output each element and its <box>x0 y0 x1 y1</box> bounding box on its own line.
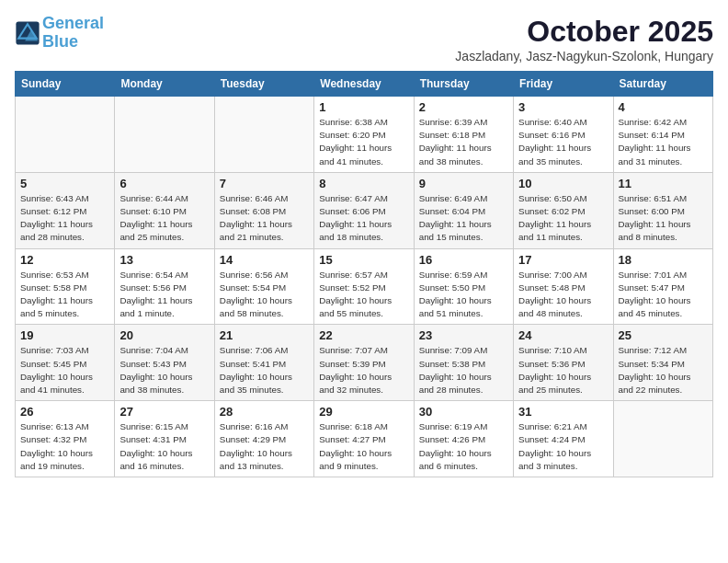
day-cell: 9Sunrise: 6:49 AMSunset: 6:04 PMDaylight… <box>414 172 513 248</box>
day-cell: 23Sunrise: 7:09 AMSunset: 5:38 PMDayligh… <box>414 325 513 401</box>
day-cell: 19Sunrise: 7:03 AMSunset: 5:45 PMDayligh… <box>16 325 115 401</box>
day-number: 9 <box>419 177 508 190</box>
day-number: 15 <box>319 253 408 267</box>
day-number: 1 <box>319 100 408 114</box>
day-number: 24 <box>518 328 608 342</box>
day-info: Sunrise: 6:38 AMSunset: 6:20 PMDaylight:… <box>319 116 408 168</box>
day-number: 4 <box>619 100 708 114</box>
weekday-header-thursday: Thursday <box>414 72 513 97</box>
day-cell <box>214 97 313 173</box>
day-number: 6 <box>119 177 209 190</box>
week-row-3: 12Sunrise: 6:53 AMSunset: 5:58 PMDayligh… <box>16 248 713 325</box>
day-number: 2 <box>419 100 508 114</box>
day-number: 7 <box>220 177 309 190</box>
day-cell: 22Sunrise: 7:07 AMSunset: 5:39 PMDayligh… <box>314 325 414 401</box>
day-number: 21 <box>220 328 309 342</box>
day-cell: 4Sunrise: 6:42 AMSunset: 6:14 PMDaylight… <box>613 97 712 173</box>
day-info: Sunrise: 6:50 AMSunset: 6:02 PMDaylight:… <box>518 192 608 245</box>
day-info: Sunrise: 6:51 AMSunset: 6:00 PMDaylight:… <box>619 192 708 245</box>
week-row-2: 5Sunrise: 6:43 AMSunset: 6:12 PMDaylight… <box>16 172 713 248</box>
day-number: 22 <box>319 328 408 342</box>
day-info: Sunrise: 7:01 AMSunset: 5:47 PMDaylight:… <box>619 269 708 321</box>
day-cell <box>16 97 115 173</box>
day-number: 13 <box>119 253 209 267</box>
calendar-table: SundayMondayTuesdayWednesdayThursdayFrid… <box>15 71 713 477</box>
day-cell: 5Sunrise: 6:43 AMSunset: 6:12 PMDaylight… <box>16 172 115 248</box>
day-number: 20 <box>119 328 209 342</box>
day-info: Sunrise: 6:21 AMSunset: 4:24 PMDaylight:… <box>518 420 608 473</box>
day-number: 17 <box>518 253 608 267</box>
day-cell: 31Sunrise: 6:21 AMSunset: 4:24 PMDayligh… <box>514 401 613 477</box>
day-info: Sunrise: 6:44 AMSunset: 6:10 PMDaylight:… <box>119 192 209 245</box>
weekday-header-monday: Monday <box>115 72 214 97</box>
day-cell: 18Sunrise: 7:01 AMSunset: 5:47 PMDayligh… <box>613 248 712 325</box>
weekday-header-friday: Friday <box>514 72 613 97</box>
day-cell: 14Sunrise: 6:56 AMSunset: 5:54 PMDayligh… <box>214 248 313 325</box>
day-info: Sunrise: 6:53 AMSunset: 5:58 PMDaylight:… <box>20 269 109 321</box>
day-info: Sunrise: 6:19 AMSunset: 4:26 PMDaylight:… <box>419 420 508 473</box>
day-number: 30 <box>419 405 508 419</box>
weekday-header-sunday: Sunday <box>16 72 115 97</box>
day-cell: 20Sunrise: 7:04 AMSunset: 5:43 PMDayligh… <box>115 325 214 401</box>
week-row-1: 1Sunrise: 6:38 AMSunset: 6:20 PMDaylight… <box>16 97 713 173</box>
day-cell: 21Sunrise: 7:06 AMSunset: 5:41 PMDayligh… <box>214 325 313 401</box>
day-info: Sunrise: 7:09 AMSunset: 5:38 PMDaylight:… <box>419 344 508 396</box>
day-cell: 24Sunrise: 7:10 AMSunset: 5:36 PMDayligh… <box>514 325 613 401</box>
day-cell: 3Sunrise: 6:40 AMSunset: 6:16 PMDaylight… <box>514 97 613 173</box>
logo-icon <box>15 20 40 46</box>
day-number: 16 <box>419 253 508 267</box>
day-number: 10 <box>518 177 608 190</box>
day-info: Sunrise: 6:54 AMSunset: 5:56 PMDaylight:… <box>119 269 209 321</box>
day-info: Sunrise: 6:43 AMSunset: 6:12 PMDaylight:… <box>20 192 109 245</box>
day-info: Sunrise: 7:07 AMSunset: 5:39 PMDaylight:… <box>319 344 408 396</box>
location-subtitle: Jaszladany, Jasz-Nagykun-Szolonk, Hungar… <box>455 49 713 63</box>
day-number: 28 <box>220 405 309 419</box>
day-info: Sunrise: 6:56 AMSunset: 5:54 PMDaylight:… <box>220 269 309 321</box>
day-info: Sunrise: 7:00 AMSunset: 5:48 PMDaylight:… <box>518 269 608 321</box>
day-cell: 25Sunrise: 7:12 AMSunset: 5:34 PMDayligh… <box>613 325 712 401</box>
day-number: 19 <box>20 328 109 342</box>
day-number: 14 <box>220 253 309 267</box>
day-info: Sunrise: 6:18 AMSunset: 4:27 PMDaylight:… <box>319 420 408 473</box>
day-info: Sunrise: 6:46 AMSunset: 6:08 PMDaylight:… <box>220 192 309 245</box>
day-info: Sunrise: 7:04 AMSunset: 5:43 PMDaylight:… <box>119 344 209 396</box>
day-info: Sunrise: 7:03 AMSunset: 5:45 PMDaylight:… <box>20 344 109 396</box>
day-cell: 28Sunrise: 6:16 AMSunset: 4:29 PMDayligh… <box>214 401 313 477</box>
weekday-header-row: SundayMondayTuesdayWednesdayThursdayFrid… <box>16 72 713 97</box>
day-number: 27 <box>119 405 209 419</box>
day-number: 8 <box>319 177 408 190</box>
day-number: 5 <box>20 177 109 190</box>
day-cell <box>115 97 214 173</box>
day-cell: 26Sunrise: 6:13 AMSunset: 4:32 PMDayligh… <box>16 401 115 477</box>
day-info: Sunrise: 6:57 AMSunset: 5:52 PMDaylight:… <box>319 269 408 321</box>
day-info: Sunrise: 6:49 AMSunset: 6:04 PMDaylight:… <box>419 192 508 245</box>
day-cell <box>613 401 712 477</box>
day-number: 3 <box>518 100 608 114</box>
day-cell: 1Sunrise: 6:38 AMSunset: 6:20 PMDaylight… <box>314 97 414 173</box>
day-info: Sunrise: 6:13 AMSunset: 4:32 PMDaylight:… <box>20 420 109 473</box>
day-cell: 27Sunrise: 6:15 AMSunset: 4:31 PMDayligh… <box>115 401 214 477</box>
day-info: Sunrise: 6:16 AMSunset: 4:29 PMDaylight:… <box>220 420 309 473</box>
day-info: Sunrise: 6:47 AMSunset: 6:06 PMDaylight:… <box>319 192 408 245</box>
day-cell: 12Sunrise: 6:53 AMSunset: 5:58 PMDayligh… <box>16 248 115 325</box>
day-cell: 15Sunrise: 6:57 AMSunset: 5:52 PMDayligh… <box>314 248 414 325</box>
day-cell: 7Sunrise: 6:46 AMSunset: 6:08 PMDaylight… <box>214 172 313 248</box>
day-number: 23 <box>419 328 508 342</box>
month-title: October 2025 <box>455 15 713 49</box>
weekday-header-saturday: Saturday <box>613 72 712 97</box>
day-number: 12 <box>20 253 109 267</box>
day-number: 18 <box>619 253 708 267</box>
day-cell: 11Sunrise: 6:51 AMSunset: 6:00 PMDayligh… <box>613 172 712 248</box>
day-info: Sunrise: 6:42 AMSunset: 6:14 PMDaylight:… <box>619 116 708 168</box>
day-cell: 30Sunrise: 6:19 AMSunset: 4:26 PMDayligh… <box>414 401 513 477</box>
day-number: 26 <box>20 405 109 419</box>
day-info: Sunrise: 7:06 AMSunset: 5:41 PMDaylight:… <box>220 344 309 396</box>
day-cell: 13Sunrise: 6:54 AMSunset: 5:56 PMDayligh… <box>115 248 214 325</box>
day-info: Sunrise: 7:12 AMSunset: 5:34 PMDaylight:… <box>619 344 708 396</box>
logo: General Blue <box>15 15 104 52</box>
day-cell: 2Sunrise: 6:39 AMSunset: 6:18 PMDaylight… <box>414 97 513 173</box>
page-header: General Blue October 2025 Jaszladany, Ja… <box>15 15 713 63</box>
weekday-header-tuesday: Tuesday <box>214 72 313 97</box>
day-cell: 6Sunrise: 6:44 AMSunset: 6:10 PMDaylight… <box>115 172 214 248</box>
day-cell: 29Sunrise: 6:18 AMSunset: 4:27 PMDayligh… <box>314 401 414 477</box>
